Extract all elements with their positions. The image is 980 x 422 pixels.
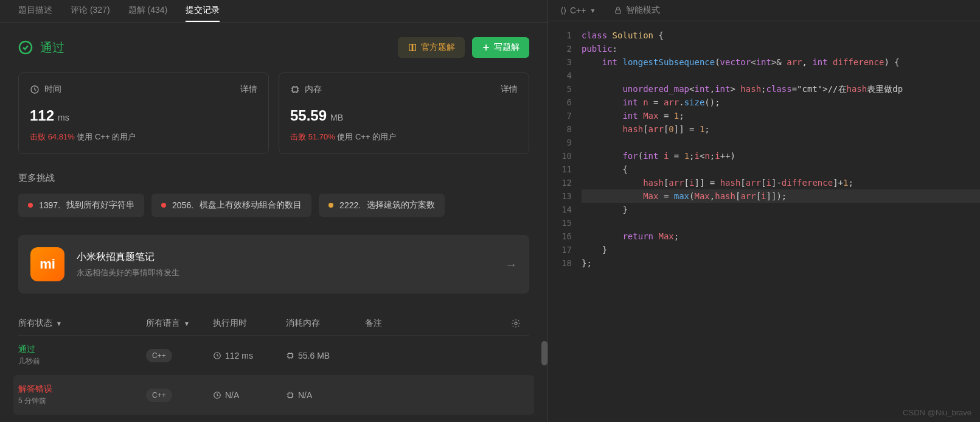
col-note: 备注 [365,318,511,329]
official-solution-button[interactable]: 官方题解 [398,37,465,58]
svg-rect-5 [288,353,293,357]
chip-icon [286,351,294,360]
language-label: C++ [570,5,586,15]
clock-icon [213,391,221,399]
svg-rect-7 [288,393,293,397]
memory-unit: MB [330,113,343,122]
language-selector[interactable]: ⟨⟩ C++ ▼ [560,5,596,15]
beat-percent: 51.70% [308,132,335,141]
tab-comments[interactable]: 评论 (327) [71,0,110,22]
filter-status[interactable]: 所有状态 ▼ [18,318,146,329]
time-unit: ms [58,113,69,122]
beat-suffix: 使用 C++ 的用户 [337,132,396,141]
lang-filter-label: 所有语言 [146,318,180,329]
book-icon [408,43,417,52]
submission-status: 通过 [18,344,40,355]
filter-language[interactable]: 所有语言 ▼ [146,318,213,329]
runtime-value: 112 ms [225,351,253,360]
memory-metric-card: 内存 详情 55.59 MB 击败 51.70% 使用 C++ 的用户 [279,72,529,154]
challenge-title: 棋盘上有效移动组合的数目 [200,200,302,211]
plus-icon [482,43,490,52]
challenge-title: 选择建筑的方案数 [367,200,435,211]
scrollbar[interactable] [541,341,547,414]
clock-icon [213,351,221,360]
tab-solutions[interactable]: 题解 (434) [128,0,168,22]
promo-title: 小米秋招真题笔记 [77,251,493,264]
tab-submissions[interactable]: 提交记录 [186,0,220,22]
time-value: 112 [30,107,54,124]
more-challenges-title: 更多挑战 [18,172,529,184]
challenge-id: 2222. [339,200,361,210]
check-circle-icon [18,40,33,55]
lang-badge: C++ [146,349,172,362]
promo-card[interactable]: mi 小米秋招真题笔记 永远相信美好的事情即将发生 → [18,235,529,294]
chevron-down-icon: ▼ [56,320,62,327]
beat-prefix: 击败 [290,132,306,141]
tabs: 题目描述 评论 (327) 题解 (434) 提交记录 [0,0,547,23]
challenge-id: 2056. [172,200,193,210]
status-text: 通过 [40,40,64,56]
challenge-item[interactable]: 2056. 棋盘上有效移动组合的数目 [151,194,311,217]
svg-point-3 [515,322,517,325]
official-label: 官方题解 [421,42,455,53]
svg-rect-2 [293,87,297,92]
time-detail-link[interactable]: 详情 [240,84,257,95]
chip-icon [290,85,300,94]
submission-time-ago: 几秒前 [18,356,40,367]
beat-percent: 64.81% [48,132,75,141]
chip-icon [286,391,294,399]
status-filter-label: 所有状态 [18,318,52,329]
line-gutter: 123456789101112131415161718 [548,29,582,422]
promo-subtitle: 永远相信美好的事情即将发生 [77,267,493,278]
col-memory: 消耗内存 [286,318,365,329]
write-label: 写题解 [494,42,520,53]
col-runtime: 执行用时 [213,318,286,329]
challenge-item[interactable]: 2222. 选择建筑的方案数 [319,194,445,217]
lock-icon [614,6,622,15]
promo-logo: mi [30,247,64,281]
memory-value: N/A [298,390,312,400]
code-content[interactable]: class Solution {public: int longestSubse… [582,29,980,422]
time-label: 时间 [44,84,61,95]
write-solution-button[interactable]: 写题解 [472,37,529,58]
memory-value: 55.6 MB [298,351,330,360]
difficulty-dot [328,203,333,208]
beat-prefix: 击败 [30,132,46,141]
mode-label: 智能模式 [626,5,660,16]
lang-badge: C++ [146,389,172,402]
code-icon: ⟨⟩ [560,5,566,15]
submission-status: 解答错误 [18,384,52,395]
submission-row[interactable]: 通过 几秒前 C++ 112 ms 55.6 MB [18,336,529,375]
gear-icon[interactable] [511,318,529,328]
chevron-down-icon: ▼ [589,7,596,14]
memory-label: 内存 [305,84,322,95]
challenge-id: 1397. [39,200,60,210]
tab-description[interactable]: 题目描述 [18,0,52,22]
memory-detail-link[interactable]: 详情 [501,84,518,95]
watermark: CSDN @Niu_brave [903,408,971,417]
arrow-right-icon: → [505,258,517,272]
code-editor[interactable]: 123456789101112131415161718 class Soluti… [548,21,980,422]
difficulty-dot [28,203,33,208]
editor-mode[interactable]: 智能模式 [614,5,660,16]
challenge-title: 找到所有好字符串 [66,200,134,211]
submission-row[interactable]: 解答错误 5 分钟前 C++ N/A N/A [13,375,534,415]
challenge-item[interactable]: 1397. 找到所有好字符串 [18,194,144,217]
runtime-value: N/A [225,390,239,400]
beat-suffix: 使用 C++ 的用户 [77,132,136,141]
clock-icon [30,85,40,94]
difficulty-dot [161,203,166,208]
memory-value: 55.59 [290,107,327,124]
submission-time-ago: 5 分钟前 [18,396,52,406]
chevron-down-icon: ▼ [184,320,190,327]
svg-rect-8 [616,10,620,13]
time-metric-card: 时间 详情 112 ms 击败 64.81% 使用 C++ 的用户 [18,72,269,154]
